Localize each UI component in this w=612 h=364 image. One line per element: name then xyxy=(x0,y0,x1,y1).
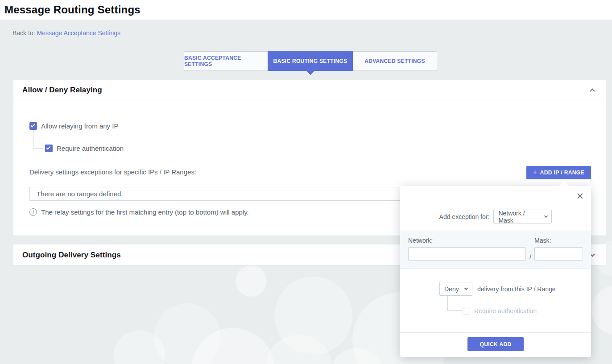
checkmark-icon xyxy=(31,123,35,128)
delivery-action-suffix: delivery from this IP / Range xyxy=(477,285,556,293)
network-field-group: Network: xyxy=(408,237,526,261)
popup-require-auth-row: Require authentication xyxy=(463,307,537,314)
mask-field-group: Mask: xyxy=(534,237,583,261)
back-to-label: Back to: xyxy=(12,29,35,37)
popup-pointer-arrow xyxy=(559,182,569,186)
tab-basic-acceptance-settings[interactable]: BASIC ACCEPTANCE SETTINGS xyxy=(184,51,268,71)
add-ip-range-button[interactable]: + ADD IP / RANGE xyxy=(526,166,591,179)
add-exception-label: Add exception for: xyxy=(439,213,490,220)
checkmark-icon xyxy=(46,145,51,150)
collapse-chevron-up-icon[interactable] xyxy=(588,87,597,93)
bubble xyxy=(236,265,267,297)
allow-relaying-row: Allow relaying from any IP xyxy=(29,122,118,130)
exception-type-row: Add exception for: Network / Mask xyxy=(400,210,591,223)
chevron-down-icon xyxy=(544,214,547,218)
mask-input[interactable] xyxy=(534,247,583,261)
mask-label: Mask: xyxy=(534,237,583,244)
add-ip-range-button-label: ADD IP / RANGE xyxy=(540,170,584,176)
allow-relaying-checkbox[interactable] xyxy=(29,122,37,130)
settings-tabs: BASIC ACCEPTANCE SETTINGS BASIC ROUTING … xyxy=(184,51,437,71)
exception-type-select[interactable]: Network / Mask xyxy=(493,210,552,223)
close-icon[interactable]: ✕ xyxy=(576,191,584,201)
popup-footer: QUICK ADD xyxy=(400,332,591,357)
nesting-connector-line xyxy=(447,296,462,311)
allow-deny-relaying-title: Allow / Deny Relaying xyxy=(22,86,102,95)
breadcrumb: Back to: Message Acceptance Settings xyxy=(12,29,120,37)
exception-type-value: Network / Mask xyxy=(498,210,540,224)
outgoing-delivery-title: Outgoing Delivery Settings xyxy=(22,251,121,260)
delivery-action-row: Deny delivery from this IP / Range xyxy=(439,282,556,296)
allow-deny-select[interactable]: Deny xyxy=(439,282,472,296)
network-label: Network: xyxy=(408,237,526,244)
bubble xyxy=(591,285,612,335)
relay-info-text: The relay settings for the first matchin… xyxy=(41,208,249,216)
chevron-down-icon xyxy=(464,286,468,290)
nesting-connector-line xyxy=(33,130,43,149)
titlebar: Message Routing Settings xyxy=(0,0,612,20)
page-title: Message Routing Settings xyxy=(4,4,141,16)
allow-relaying-label: Allow relaying from any IP xyxy=(41,122,118,130)
require-auth-row: Require authentication xyxy=(45,145,124,152)
tab-advanced-settings[interactable]: ADVANCED SETTINGS xyxy=(352,51,437,71)
info-icon: i xyxy=(29,208,37,216)
plus-icon: + xyxy=(533,168,538,176)
quick-add-button[interactable]: QUICK ADD xyxy=(467,337,524,351)
allow-deny-value: Deny xyxy=(444,285,459,293)
add-ip-range-popup: ✕ Add exception for: Network / Mask Netw… xyxy=(400,186,591,357)
back-link-message-acceptance-settings[interactable]: Message Acceptance Settings xyxy=(37,29,120,37)
popup-require-auth-label: Require authentication xyxy=(474,307,537,314)
require-auth-checkbox[interactable] xyxy=(45,145,53,152)
network-mask-separator: / xyxy=(529,253,531,261)
tab-basic-routing-settings[interactable]: BASIC ROUTING SETTINGS xyxy=(268,51,353,71)
exceptions-label: Delivery settings exceptions for specifi… xyxy=(29,168,196,176)
ranges-empty-text: There are no ranges defined. xyxy=(37,190,123,198)
allow-deny-relaying-header[interactable]: Allow / Deny Relaying xyxy=(13,80,606,100)
network-mask-section: Network: / Mask: xyxy=(400,231,591,269)
require-auth-label: Require authentication xyxy=(57,145,124,152)
network-input[interactable] xyxy=(408,247,526,261)
relay-info-row: i The relay settings for the first match… xyxy=(29,208,249,216)
popup-require-auth-checkbox[interactable] xyxy=(463,307,470,314)
